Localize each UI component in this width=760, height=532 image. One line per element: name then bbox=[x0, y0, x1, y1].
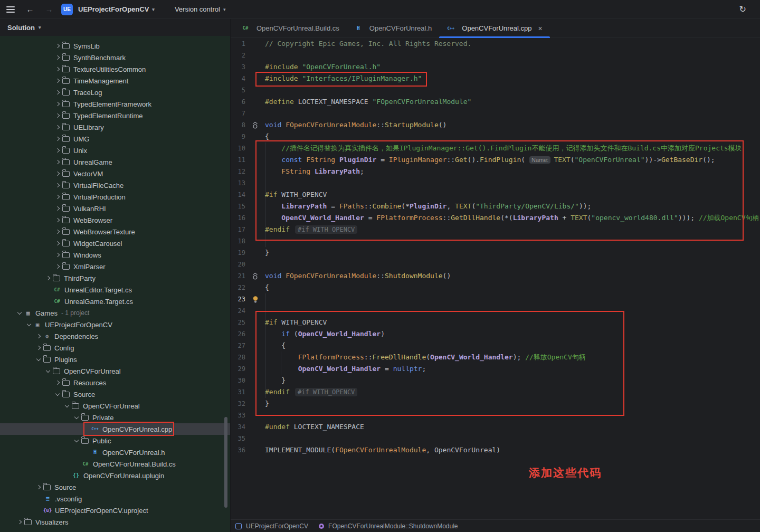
tree-item[interactable]: TimeManagement bbox=[0, 75, 230, 87]
chevron-right-icon[interactable] bbox=[53, 184, 62, 187]
main-menu-icon[interactable] bbox=[6, 6, 15, 13]
tree-item[interactable]: ≡.vsconfig bbox=[0, 493, 230, 505]
chevron-right-icon[interactable] bbox=[34, 346, 43, 349]
code-text: // Copyright Epic Games, Inc. All Rights… bbox=[265, 38, 471, 50]
chevron-down-icon[interactable] bbox=[43, 370, 52, 372]
tree-item[interactable]: VirtualProduction bbox=[0, 191, 230, 203]
tree-item[interactable]: WebBrowser bbox=[0, 214, 230, 226]
tree-item[interactable]: HOpenCVForUnreal.h bbox=[0, 446, 230, 458]
tab-OpenCVForUnreal.h[interactable]: HOpenCVForUnreal.h bbox=[347, 19, 440, 37]
tree-item[interactable]: ⚙Dependencies bbox=[0, 330, 230, 342]
tree-item[interactable]: TraceLog bbox=[0, 87, 230, 98]
override-gutter-icon[interactable] bbox=[245, 272, 265, 280]
tree-item[interactable]: VulkanRHI bbox=[0, 203, 230, 214]
chevron-right-icon[interactable] bbox=[34, 335, 43, 338]
solution-selector[interactable]: Solution ▾ bbox=[0, 19, 230, 36]
chevron-right-icon[interactable] bbox=[53, 195, 62, 198]
chevron-right-icon[interactable] bbox=[34, 486, 43, 489]
tree-item[interactable]: OpenCVForUnreal bbox=[0, 400, 230, 412]
tree-item[interactable]: TypedElementRuntime bbox=[0, 110, 230, 121]
sync-button[interactable]: ↻ bbox=[739, 4, 746, 14]
tree-item[interactable]: {}OpenCVForUnreal.uplugin bbox=[0, 470, 230, 481]
tree-item[interactable]: Config bbox=[0, 342, 230, 354]
chevron-down-icon[interactable] bbox=[24, 324, 33, 326]
tree-item-label: Visualizers bbox=[35, 518, 69, 526]
chevron-down-icon[interactable] bbox=[34, 358, 43, 360]
tree-item[interactable]: UELibrary bbox=[0, 121, 230, 133]
tree-item[interactable]: TextureUtilitiesCommon bbox=[0, 63, 230, 75]
chevron-right-icon[interactable] bbox=[53, 218, 62, 222]
status-project[interactable]: UEProjectForOpenCV bbox=[246, 522, 308, 530]
tree-item[interactable]: WebBrowserTexture bbox=[0, 226, 230, 238]
chevron-down-icon[interactable] bbox=[15, 312, 24, 314]
tree-item[interactable]: ThirdParty bbox=[0, 272, 230, 284]
chevron-down-icon[interactable] bbox=[72, 416, 81, 419]
tree-item[interactable]: ▦Games- 1 project bbox=[0, 307, 230, 319]
chevron-down-icon[interactable] bbox=[62, 405, 71, 407]
tree-item[interactable]: C#OpenCVForUnreal.Build.cs bbox=[0, 458, 230, 470]
tree-item[interactable]: {u}UEProjectForOpenCV.uproject bbox=[0, 505, 230, 516]
chevron-right-icon[interactable] bbox=[53, 149, 62, 152]
tree-item[interactable]: OpenCVForUnreal bbox=[0, 365, 230, 377]
tree-item[interactable]: XmlParser bbox=[0, 261, 230, 272]
chevron-right-icon[interactable] bbox=[53, 160, 62, 164]
tab-OpenCVForUnreal.cpp[interactable]: C++OpenCVForUnreal.cpp× bbox=[439, 19, 549, 37]
chevron-right-icon[interactable] bbox=[53, 114, 62, 117]
tree-item[interactable]: SymsLib bbox=[0, 40, 230, 52]
tree-item[interactable]: Private bbox=[0, 412, 230, 423]
tree-item[interactable]: SynthBenchmark bbox=[0, 52, 230, 63]
chevron-right-icon[interactable] bbox=[53, 102, 62, 106]
status-symbol[interactable]: FOpenCVForUnrealModule::ShutdownModule bbox=[328, 522, 458, 530]
chevron-down-icon[interactable] bbox=[53, 393, 62, 395]
chevron-right-icon[interactable] bbox=[53, 44, 62, 48]
tree-item[interactable]: TypedElementFramework bbox=[0, 98, 230, 110]
close-icon[interactable]: × bbox=[538, 24, 543, 33]
tree-item[interactable]: Source bbox=[0, 481, 230, 493]
chevron-right-icon[interactable] bbox=[53, 91, 62, 94]
tree-item[interactable]: WidgetCarousel bbox=[0, 238, 230, 249]
tree-item[interactable]: VirtualFileCache bbox=[0, 179, 230, 191]
tab-OpenCVForUnreal.Build.cs[interactable]: C#OpenCVForUnreal.Build.cs bbox=[234, 19, 347, 37]
cpp-icon: C++ bbox=[91, 427, 99, 431]
version-control-menu[interactable]: Version control ▾ bbox=[175, 5, 226, 13]
tree-item[interactable]: Windows bbox=[0, 249, 230, 261]
tree-item[interactable]: UMG bbox=[0, 133, 230, 145]
chevron-down-icon[interactable] bbox=[72, 440, 81, 442]
chevron-right-icon[interactable] bbox=[53, 230, 62, 233]
forward-button[interactable]: → bbox=[42, 5, 56, 14]
tree-item[interactable]: VectorVM bbox=[0, 168, 230, 179]
tree-item[interactable]: Unix bbox=[0, 145, 230, 156]
chevron-right-icon[interactable] bbox=[53, 137, 62, 140]
chevron-right-icon[interactable] bbox=[53, 242, 62, 245]
tree-item[interactable]: Plugins bbox=[0, 354, 230, 365]
tree-item[interactable]: Resources bbox=[0, 377, 230, 388]
tree-item[interactable]: ▣UEProjectForOpenCV bbox=[0, 319, 230, 330]
chevron-right-icon[interactable] bbox=[53, 207, 62, 210]
tree-item[interactable]: UnrealGame bbox=[0, 156, 230, 168]
tree-item[interactable]: Public bbox=[0, 435, 230, 446]
tree-item[interactable]: C#UnrealGame.Target.cs bbox=[0, 296, 230, 307]
chevron-right-icon[interactable] bbox=[53, 68, 62, 71]
tree-item[interactable]: Source bbox=[0, 388, 230, 400]
csharp-icon: C# bbox=[81, 462, 90, 467]
chevron-right-icon[interactable] bbox=[15, 520, 24, 524]
chevron-right-icon[interactable] bbox=[53, 265, 62, 268]
code-editor[interactable]: 1// Copyright Epic Games, Inc. All Right… bbox=[231, 38, 760, 519]
override-gutter-icon[interactable] bbox=[245, 121, 265, 129]
chevron-right-icon[interactable] bbox=[53, 381, 62, 384]
chevron-right-icon[interactable] bbox=[53, 56, 62, 59]
project-selector[interactable]: UEProjectForOpenCV ▾ bbox=[78, 5, 155, 13]
bulb-gutter-icon[interactable] bbox=[245, 296, 265, 303]
chevron-right-icon[interactable] bbox=[43, 277, 52, 280]
chevron-right-icon[interactable] bbox=[53, 253, 62, 256]
chevron-right-icon[interactable] bbox=[53, 172, 62, 175]
tree-item[interactable]: C++OpenCVForUnreal.cpp bbox=[0, 423, 230, 435]
back-button[interactable]: ← bbox=[23, 5, 37, 14]
tree-scrollbar[interactable] bbox=[224, 417, 227, 508]
project-icon: ▣ bbox=[33, 322, 42, 328]
chevron-right-icon[interactable] bbox=[53, 126, 62, 129]
tree-item[interactable]: C#UnrealEditor.Target.cs bbox=[0, 284, 230, 296]
chevron-right-icon[interactable] bbox=[53, 79, 62, 82]
tree-item[interactable]: Visualizers bbox=[0, 516, 230, 528]
code-text: void FOpenCVForUnrealModule::ShutdownMod… bbox=[265, 270, 451, 282]
